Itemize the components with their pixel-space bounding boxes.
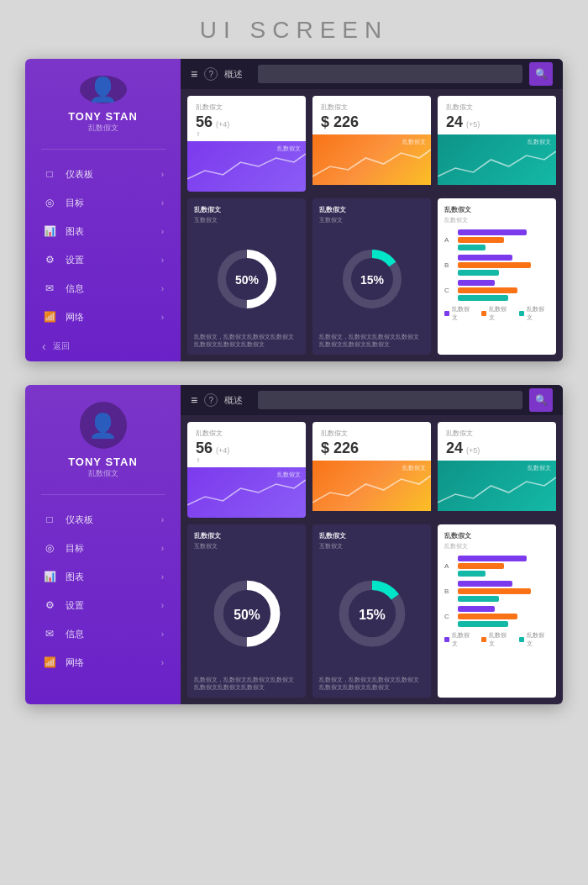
bar-label-2-a: A (444, 562, 454, 570)
donut-subtitle-2: 互数假文 (319, 216, 424, 224)
sidebar2-item-target[interactable]: ◎ 目标 › (25, 534, 181, 562)
donut-subtitle-2-1: 互数假文 (194, 542, 299, 550)
stat-change-1: (+4) (216, 120, 229, 129)
menu-icon-2[interactable]: ≡ (191, 393, 197, 407)
stat-chart-2-1: 乱数假文 (187, 467, 306, 518)
topbar-title-2: 概述 (224, 394, 243, 407)
donut-desc-2: 乱数假文，乱数假文乱数假文乱数假文乱数假文乱数假文乱数假文 (319, 333, 424, 348)
target-icon-2: ◎ (42, 540, 57, 556)
stat-card-top-3: 乱数假文 24 (+5) (438, 96, 556, 134)
bar-legend: 乱数假文 乱数假文 乱数假文 (444, 305, 549, 322)
menu-icon[interactable]: ≡ (191, 67, 197, 81)
help-icon[interactable]: ? (204, 67, 218, 81)
legend-label-1: 乱数假文 (452, 305, 475, 322)
user-name-2: TONY STAN (68, 456, 138, 468)
stat-cards-row: 乱数假文 56 (+4) ⇧ 乱数假文 乱数假文 (181, 89, 563, 198)
stat-card-top-2: 乱数假文 $ 226 (312, 96, 431, 134)
sidebar-item-messages[interactable]: ✉ 信息 › (25, 274, 181, 303)
bar-tracks-2-b (458, 581, 549, 602)
user-subtitle-2: 乱数假文 (88, 468, 118, 479)
sidebar: 👤 TONY STAN 乱数假文 □ 仪表板 › ◎ 目标 › 📊 图表 › ⚙… (25, 59, 181, 361)
chevron-right-icon: › (161, 198, 164, 208)
bar-a-2 (458, 237, 504, 243)
bar-row-c: C (444, 280, 549, 301)
chevron-right-icon-2c: › (161, 572, 164, 582)
bar-label-c: C (444, 287, 454, 294)
sidebar2-item-charts[interactable]: 📊 图表 › (25, 562, 181, 591)
wifi-icon: 📶 (42, 309, 57, 324)
bar-label-b: B (444, 261, 454, 269)
bar-chart-subtitle: 乱数假文 (444, 216, 549, 224)
stat-value-3: 24 (446, 113, 463, 131)
stat-label-1: 乱数假文 (196, 103, 297, 112)
sidebar2-item-settings[interactable]: ⚙ 设置 › (25, 591, 181, 619)
bar-a-1 (458, 229, 527, 235)
network-label: 网络 (66, 311, 161, 324)
search-button-2[interactable]: 🔍 (529, 388, 553, 412)
stat-value-2: $ 226 (321, 113, 359, 131)
donut-subtitle-1: 互数假文 (194, 216, 299, 224)
legend-item-3: 乱数假文 (519, 305, 549, 322)
stat-label-2-2: 乱数假文 (321, 429, 423, 438)
dashboard-label: 仪表板 (66, 168, 161, 181)
messages-label: 信息 (66, 282, 161, 295)
search-button[interactable]: 🔍 (529, 62, 553, 86)
page-title: UI SCREEN (200, 17, 388, 44)
bar-b-1 (458, 255, 512, 261)
sidebar-item-dashboard[interactable]: □ 仪表板 › (25, 160, 181, 188)
donut-subtitle-2-2: 互数假文 (319, 542, 424, 550)
help-icon-2[interactable]: ? (204, 393, 218, 407)
sidebar-item-target[interactable]: ◎ 目标 › (25, 188, 181, 217)
bar-c-2 (458, 287, 517, 293)
bar-tracks-c (458, 280, 549, 301)
sidebar-item-network[interactable]: 📶 网络 › (25, 303, 181, 331)
bar-c-1 (458, 280, 495, 286)
donut-card-2-1: 乱数假文 互数假文 50% 乱数假文，乱数假文乱数假文乱数假文乱数假文乱数假文乱… (187, 524, 306, 698)
stat-value-2-2: $ 226 (321, 440, 359, 457)
back-button[interactable]: ‹ 返回 (25, 331, 181, 361)
chevron-right-icon: › (161, 313, 164, 322)
bar-chart-title-2: 乱数假文 (444, 531, 549, 540)
main-content: ≡ ? 概述 🔍 乱数假文 56 (+4) ⇧ 乱数假文 (181, 59, 563, 361)
bar-c-3 (458, 295, 508, 301)
bar-b-3 (458, 270, 499, 276)
donut-title-2-2: 乱数假文 (319, 531, 424, 540)
stat-card-top-2-3: 乱数假文 24 (+5) (438, 422, 556, 461)
avatar: 👤 (80, 76, 127, 103)
stat-chart-2: 乱数假文 (312, 134, 431, 185)
user-icon-2: 👤 (88, 412, 118, 440)
dashboard-panel-2: 👤 TONY STAN 乱数假文 □ 仪表板 › ◎ 目标 › 📊 图表 › ⚙… (25, 385, 563, 704)
donut-chart-1: 50% (194, 229, 299, 329)
search-input[interactable] (258, 65, 522, 83)
sidebar2-item-messages[interactable]: ✉ 信息 › (25, 619, 181, 648)
stat-value-2-1: 56 (196, 440, 213, 457)
stat-card-2-2: 乱数假文 $ 226 乱数假文 (312, 422, 431, 518)
chevron-right-icon-2f: › (161, 658, 164, 667)
main-content-2: ≡ ? 概述 🔍 乱数假文 56 (+4) ⇧ 乱数假文 (181, 385, 563, 704)
donut-chart-2-2: 15% (319, 556, 424, 672)
sidebar-item-charts[interactable]: 📊 图表 › (25, 217, 181, 245)
stat-label-2-1: 乱数假文 (196, 429, 297, 438)
target-label-2: 目标 (66, 542, 161, 555)
donut-chart-2-1: 50% (194, 556, 299, 672)
bar-a-3 (458, 245, 486, 250)
sidebar2-item-dashboard[interactable]: □ 仪表板 › (25, 505, 181, 534)
legend-dot-1 (444, 311, 449, 316)
stat-chart-3: 乱数假文 (438, 134, 556, 185)
bar-b-2 (458, 262, 531, 268)
stat-label-2: 乱数假文 (321, 103, 423, 112)
sidebar-2: 👤 TONY STAN 乱数假文 □ 仪表板 › ◎ 目标 › 📊 图表 › ⚙… (25, 385, 181, 704)
sidebar2-item-network[interactable]: 📶 网络 › (25, 648, 181, 677)
target-icon: ◎ (42, 195, 57, 210)
bar-chart-card-2: 乱数假文 乱数假文 A B (438, 524, 556, 698)
legend-item-2: 乱数假文 (481, 305, 512, 322)
sidebar-item-settings[interactable]: ⚙ 设置 › (25, 245, 181, 274)
bar-tracks-2-c (458, 606, 549, 627)
chevron-right-icon: › (161, 170, 164, 179)
bar-label-a: A (444, 236, 454, 244)
wifi-icon-2: 📶 (42, 655, 57, 670)
search-input-2[interactable] (258, 391, 522, 409)
legend-dot-2 (481, 311, 486, 316)
back-icon: ‹ (42, 340, 46, 353)
stat-chart-2-3: 乱数假文 (438, 461, 556, 511)
